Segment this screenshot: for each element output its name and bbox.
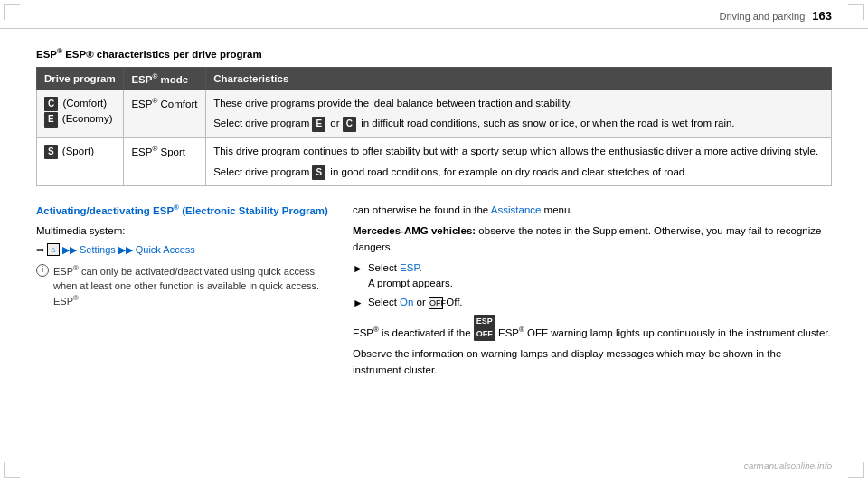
esp-mode-sport: ESP® Sport [124,137,206,185]
multimedia-label: Multimedia system: [36,223,335,239]
table-row: S (Sport) ESP® Sport This drive program … [37,137,832,185]
para-observe: Observe the information on warning lamps… [353,346,832,378]
esp-mode-comfort: ESP® Comfort [124,90,206,137]
para-esp-deactivated: ESP® is deactivated if the ESPOFF ESP® O… [353,315,832,341]
nav-arrow: ▶▶ [62,242,77,258]
select-esp-text: Select ESP.A prompt appears. [368,260,453,292]
info-text: ESP® can only be activated/deactivated u… [53,263,335,309]
nav-path: ⇒ ⌂ ▶▶ Settings ▶▶ Quick Access [36,242,335,258]
drive-program-sport: S (Sport) [37,137,124,185]
info-icon: i [36,264,49,277]
quick-access-link: Quick Access [136,242,195,258]
badge-e: E [44,112,58,128]
corner-br [848,462,864,478]
info-block: i ESP® can only be activated/deactivated… [36,263,335,309]
settings-link: Settings [80,242,116,258]
bullet-arrow2: ► [353,295,363,311]
esp-off-badge: ESPOFF [474,315,495,341]
assistance-link: Assistance [491,204,542,215]
badge-c: C [44,97,58,112]
amg-label: Mercedes-AMG vehicles: [353,225,476,236]
corner-bl [4,462,20,478]
header-text: Driving and parking [720,11,806,22]
select-on-off-text: Select On or OFF Off. [368,295,463,310]
select-esp-bullet: ► Select ESP.A prompt appears. [353,260,832,292]
para-assistance: can otherwise be found in the Assistance… [353,203,832,218]
drive-program-comfort: C (Comfort) E (Economy) [37,90,124,137]
characteristics-sport: This drive program continues to offer st… [206,137,832,185]
bullet-arrow: ► [353,260,363,277]
col-header-esp-mode: ESP® mode [124,67,206,90]
esp-link: ESP [400,262,420,273]
left-column: Activating/deactivating ESP® (Electronic… [36,203,335,383]
page-number: 163 [812,9,832,23]
table-row: C (Comfort) E (Economy) ESP® Comfort The… [37,90,832,137]
lower-section: Activating/deactivating ESP® (Electronic… [36,203,832,383]
esp-off-icon: OFF [429,297,443,309]
select-on-off-bullet: ► Select On or OFF Off. [353,295,832,311]
page-header: Driving and parking 163 [0,0,868,28]
badge-s: S [44,145,58,160]
characteristics-comfort: These drive programs provide the ideal b… [206,90,832,137]
arrow-icon: ⇒ [36,242,44,258]
col-header-characteristics: Characteristics [206,67,832,90]
nav-arrow2: ▶▶ [118,242,133,258]
corner-tr [848,4,864,20]
main-content: ESP® ESP® characteristics per drive prog… [0,40,868,398]
watermark: carmanualsonline.info [744,461,832,471]
col-header-drive-program: Drive program [37,67,124,90]
home-icon: ⌂ [47,243,60,256]
header-divider [0,28,868,29]
badge-e-inline: E [312,117,326,132]
on-link: On [400,297,413,307]
page-container: Driving and parking 163 ESP® ESP® charac… [0,0,868,482]
right-column: can otherwise be found in the Assistance… [353,203,832,383]
badge-c-inline: C [343,117,356,132]
corner-tl [4,4,20,20]
para-amg: Mercedes-AMG vehicles: observe the notes… [353,223,832,255]
activating-heading: Activating/deactivating ESP® (Electronic… [36,203,335,218]
badge-s-inline: S [312,165,326,181]
esp-table: Drive program ESP® mode Characteristics … [36,67,832,186]
section-title: ESP® ESP® characteristics per drive prog… [36,47,832,60]
